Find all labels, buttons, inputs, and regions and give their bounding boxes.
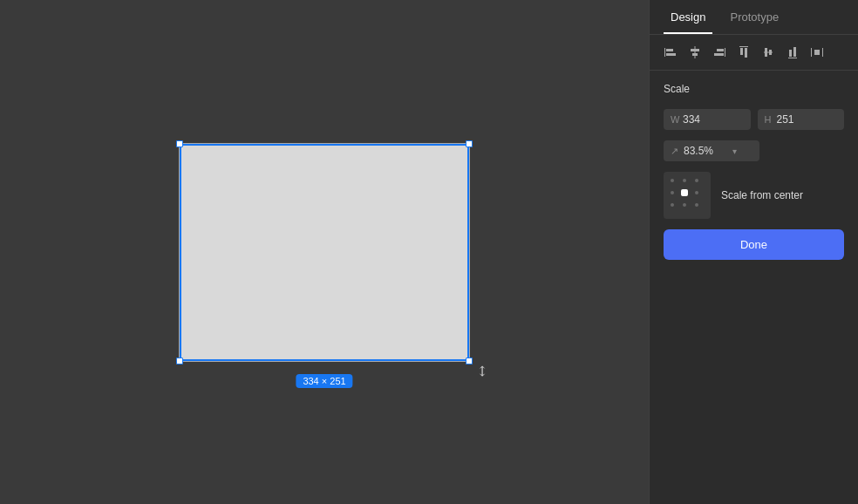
origin-dot-ml[interactable] — [671, 191, 674, 194]
origin-dot-bc[interactable] — [683, 203, 686, 207]
svg-rect-7 — [717, 49, 724, 51]
svg-rect-3 — [695, 46, 696, 58]
origin-dot-br[interactable] — [695, 203, 698, 207]
panel-content: Scale W H ↗ ▾ — [650, 71, 858, 272]
svg-rect-0 — [664, 48, 665, 57]
handle-bottom-right[interactable] — [466, 358, 473, 364]
canvas-rectangle[interactable] — [179, 143, 470, 362]
align-left-button[interactable] — [660, 42, 681, 63]
svg-rect-16 — [789, 50, 792, 57]
canvas-element: 334 × 251 ⤢ — [179, 143, 470, 362]
tab-prototype[interactable]: Prototype — [723, 0, 786, 34]
scale-from-center-label: Scale from center — [721, 189, 803, 201]
scale-input[interactable] — [684, 145, 727, 157]
align-middle-v-button[interactable] — [758, 42, 779, 63]
handle-top-right[interactable] — [466, 140, 473, 147]
chevron-down-icon[interactable]: ▾ — [732, 146, 737, 156]
svg-rect-8 — [714, 53, 724, 56]
svg-rect-6 — [725, 48, 725, 57]
height-label: H — [765, 114, 773, 125]
canvas-area: 334 × 251 ⤢ — [0, 0, 649, 504]
width-input[interactable] — [683, 113, 744, 126]
size-label: 334 × 251 — [296, 374, 352, 388]
align-center-h-button[interactable] — [684, 42, 705, 63]
tab-design[interactable]: Design — [664, 0, 712, 34]
align-top-button[interactable] — [733, 42, 754, 63]
align-bottom-button[interactable] — [782, 42, 803, 63]
svg-rect-4 — [691, 49, 699, 51]
alignment-toolbar — [650, 35, 858, 71]
svg-rect-18 — [811, 48, 812, 57]
selection-border — [180, 144, 469, 361]
align-right-button[interactable] — [709, 42, 730, 63]
wh-row: W H — [664, 109, 844, 130]
origin-dot-tl[interactable] — [671, 179, 674, 182]
height-input[interactable] — [777, 113, 838, 126]
origin-dot-tr[interactable] — [695, 179, 698, 182]
svg-rect-11 — [745, 48, 747, 58]
svg-rect-20 — [814, 50, 820, 55]
scale-input-group: ↗ ▾ — [664, 140, 759, 161]
handle-bottom-left[interactable] — [176, 358, 183, 364]
svg-rect-5 — [692, 53, 698, 56]
right-panel: Design Prototype — [649, 0, 858, 504]
tabs-bar: Design Prototype — [650, 0, 858, 35]
scale-row: ↗ ▾ — [664, 140, 844, 161]
svg-rect-15 — [788, 58, 797, 58]
scale-expand-icon: ↗ — [671, 146, 678, 157]
svg-rect-19 — [822, 48, 823, 57]
origin-dot-center[interactable] — [681, 189, 688, 196]
svg-rect-17 — [793, 47, 796, 57]
done-button[interactable]: Done — [664, 229, 844, 260]
height-input-group: H — [758, 109, 845, 130]
resize-cursor-icon: ⤢ — [472, 361, 492, 381]
width-input-group: W — [664, 109, 751, 130]
svg-rect-14 — [769, 50, 772, 55]
svg-rect-9 — [739, 46, 748, 47]
width-label: W — [671, 114, 679, 125]
origin-dot-bl[interactable] — [671, 203, 674, 207]
origin-dot-tc[interactable] — [683, 179, 686, 182]
svg-rect-10 — [740, 48, 743, 55]
scale-section-title: Scale — [664, 83, 844, 95]
distribute-button[interactable] — [807, 42, 827, 63]
handle-top-left[interactable] — [176, 140, 183, 147]
svg-rect-1 — [666, 49, 673, 51]
svg-rect-2 — [666, 53, 676, 56]
origin-row: Scale from center — [664, 172, 844, 219]
svg-rect-13 — [765, 48, 767, 57]
origin-grid[interactable] — [664, 172, 711, 219]
origin-dot-mr[interactable] — [695, 191, 698, 194]
